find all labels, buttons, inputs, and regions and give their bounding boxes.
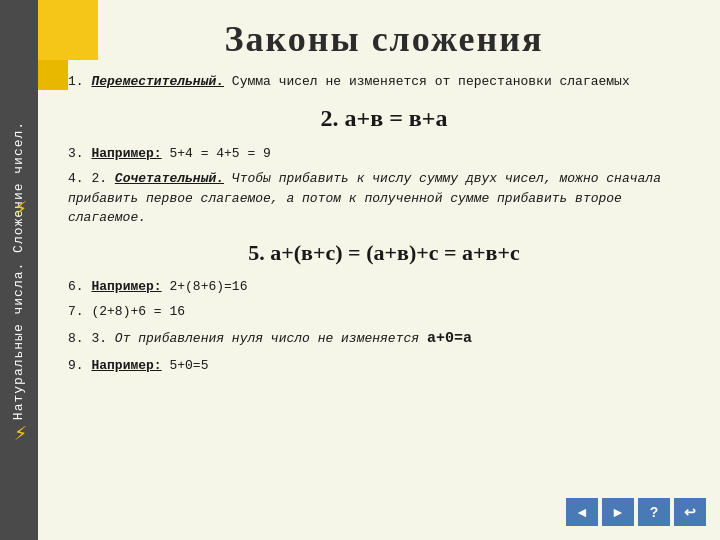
next-button[interactable]: ► <box>602 498 634 526</box>
section-8: 8. 3. От прибавления нуля число не измен… <box>68 328 700 351</box>
sidebar: Натуральные числа. Сложение чисел. <box>0 0 38 540</box>
help-button[interactable]: ? <box>638 498 670 526</box>
formula-inline: а+0=а <box>427 330 472 347</box>
num-9: 9. <box>68 358 84 373</box>
ex2-label: Например: <box>91 279 161 294</box>
section-1: 1. Переместительный. Сумма чисел не изме… <box>68 72 700 92</box>
nav-buttons: ◄ ► ? ↩ <box>566 498 706 526</box>
yellow-square-top <box>38 0 98 60</box>
ex3-label: Например: <box>91 358 161 373</box>
num-6: 6. <box>68 279 84 294</box>
ex3-text: 5+0=5 <box>169 358 208 373</box>
num-1: 1. <box>68 74 84 89</box>
yellow-square-bottom <box>38 60 68 90</box>
num-3: 3. <box>68 146 84 161</box>
main-content: Законы сложения 1. Переместительный. Сум… <box>38 0 720 540</box>
formula-2: 5. а+(в+с) = (а+в)+с = а+в+с <box>68 236 700 269</box>
section-4: 4. 2. Сочетательный. Чтобы прибавить к ч… <box>68 169 700 228</box>
bolt-top-icon: ⚡ <box>14 195 27 222</box>
section-6: 6. Например: 2+(8+6)=16 <box>68 277 700 297</box>
bolt-bottom-icon: ⚡ <box>14 420 27 447</box>
ex2b-text: (2+8)+6 = 16 <box>91 304 185 319</box>
body-content: 1. Переместительный. Сумма чисел не изме… <box>68 72 700 376</box>
ex1-label: Например: <box>91 146 161 161</box>
num-7: 7. <box>68 304 84 319</box>
page-title: Законы сложения <box>68 18 700 60</box>
section-9: 9. Например: 5+0=5 <box>68 356 700 376</box>
formula-1: 2. а+в = в+а <box>68 100 700 136</box>
law1-label: Переместительный. <box>91 74 224 89</box>
section-3: 3. Например: 5+4 = 4+5 = 9 <box>68 144 700 164</box>
ex2-text: 2+(8+6)=16 <box>169 279 247 294</box>
law3-text: От прибавления нуля число не изменяется <box>115 331 427 346</box>
sidebar-text: Натуральные числа. Сложение чисел. <box>12 120 27 419</box>
num-4: 4. 2. <box>68 171 107 186</box>
law1-text: Сумма чисел не изменяется от перестановк… <box>232 74 630 89</box>
num-8: 8. 3. <box>68 331 107 346</box>
law2-label: Сочетательный. <box>115 171 224 186</box>
home-button[interactable]: ↩ <box>674 498 706 526</box>
ex1-text: 5+4 = 4+5 = 9 <box>169 146 270 161</box>
prev-button[interactable]: ◄ <box>566 498 598 526</box>
slide: Натуральные числа. Сложение чисел. ⚡ ⚡ З… <box>0 0 720 540</box>
section-7: 7. (2+8)+6 = 16 <box>68 302 700 322</box>
